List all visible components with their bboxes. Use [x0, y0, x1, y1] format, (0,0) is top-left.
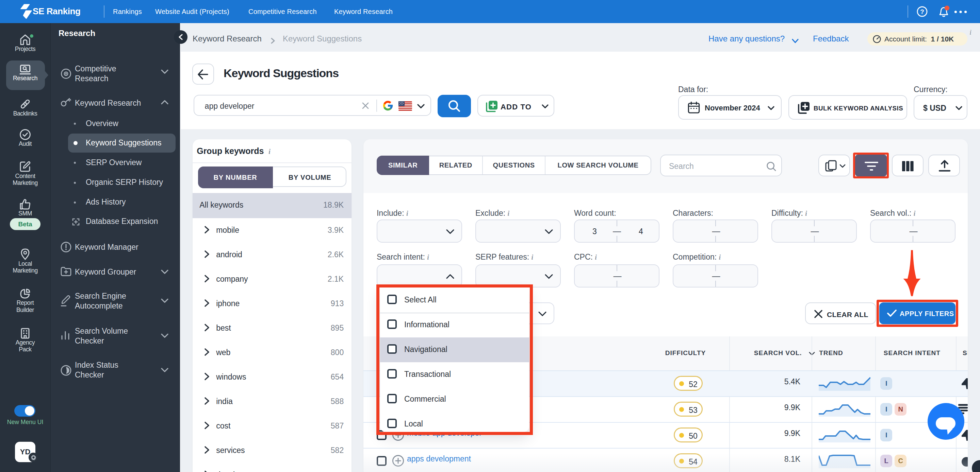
svg-text:?: ?	[920, 8, 924, 15]
